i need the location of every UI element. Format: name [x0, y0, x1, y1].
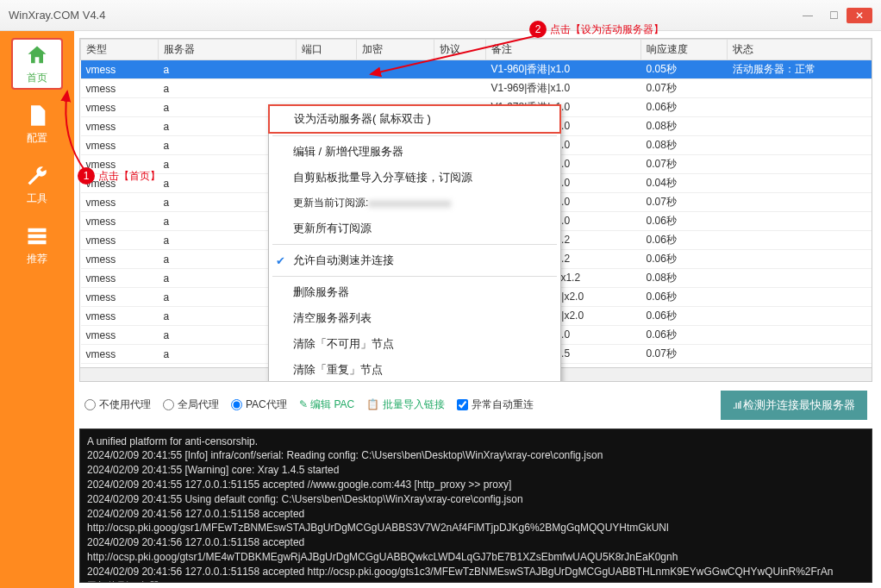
menu-update-all[interactable]: 更新所有订阅源: [269, 216, 560, 241]
maximize-button[interactable]: ☐: [821, 9, 847, 22]
menu-edit[interactable]: 编辑 / 新增代理服务器: [269, 139, 560, 165]
col-header[interactable]: 加密: [357, 40, 434, 60]
sidebar: 首页 配置 工具 推荐: [0, 31, 74, 588]
menu-clipboard-import[interactable]: 自剪贴板批量导入分享链接，订阅源: [269, 165, 560, 191]
link-edit-pac[interactable]: ✎ 编辑 PAC: [299, 397, 354, 412]
log-console[interactable]: A unified platform for anti-censorship.2…: [79, 428, 872, 583]
titlebar: WinXray.COM V4.4 — ☐ ✕: [0, 0, 881, 31]
menu-set-active[interactable]: 设为活动服务器( 鼠标双击 ): [268, 104, 561, 134]
context-menu: 设为活动服务器( 鼠标双击 ) 编辑 / 新增代理服务器 自剪贴板批量导入分享链…: [268, 104, 561, 382]
detect-fastest-button[interactable]: 检测并连接最快服务器: [721, 391, 867, 420]
menu-delete[interactable]: 删除服务器: [269, 279, 560, 305]
col-header[interactable]: 状态: [728, 40, 872, 60]
radio-pac-proxy[interactable]: PAC代理: [231, 397, 287, 412]
menu-update-current[interactable]: 更新当前订阅源: xxxxxxxxxxxxxxxx: [269, 191, 560, 216]
col-header[interactable]: 响应速度: [641, 40, 728, 60]
file-icon: [25, 103, 49, 128]
col-header[interactable]: 协议: [434, 40, 486, 60]
col-header[interactable]: 服务器: [159, 40, 297, 60]
menu-clear-list[interactable]: 清空服务器列表: [269, 305, 560, 331]
home-icon: [25, 43, 49, 67]
nav-tools[interactable]: 工具: [11, 159, 63, 210]
table-row[interactable]: vmessaV1-960|香港|x1.00.05秒活动服务器：正常: [81, 60, 872, 79]
col-header[interactable]: 端口: [297, 40, 357, 60]
server-table-wrap: 类型服务器端口加密协议备注响应速度状态 vmessaV1-960|香港|x1.0…: [79, 38, 872, 382]
check-auto-reconnect[interactable]: 异常自动重连: [457, 397, 534, 412]
radio-global-proxy[interactable]: 全局代理: [163, 397, 219, 412]
menu-clear-duplicate[interactable]: 清除「重复」节点: [269, 357, 560, 382]
menu-clear-unavailable[interactable]: 清除「不可用」节点: [269, 331, 560, 357]
nav-home[interactable]: 首页: [11, 38, 63, 90]
menu-auto-speedtest[interactable]: 允许自动测速并连接: [269, 247, 560, 273]
radio-no-proxy[interactable]: 不使用代理: [84, 397, 151, 412]
toolbar: 不使用代理 全局代理 PAC代理 ✎ 编辑 PAC 📋 批量导入链接 异常自动重…: [79, 387, 872, 423]
col-header[interactable]: 类型: [81, 40, 159, 60]
server-icon: [25, 224, 49, 248]
nav-recommend[interactable]: 推荐: [11, 219, 63, 271]
col-header[interactable]: 备注: [486, 40, 641, 60]
link-bulk-import[interactable]: 📋 批量导入链接: [366, 397, 444, 412]
table-row[interactable]: vmessaV1-969|香港|x1.00.07秒: [81, 79, 872, 98]
close-button[interactable]: ✕: [847, 8, 872, 23]
minimize-button[interactable]: —: [795, 9, 821, 22]
nav-config[interactable]: 配置: [11, 98, 63, 150]
wrench-icon: [25, 164, 49, 188]
app-title: WinXray.COM V4.4: [9, 9, 795, 22]
